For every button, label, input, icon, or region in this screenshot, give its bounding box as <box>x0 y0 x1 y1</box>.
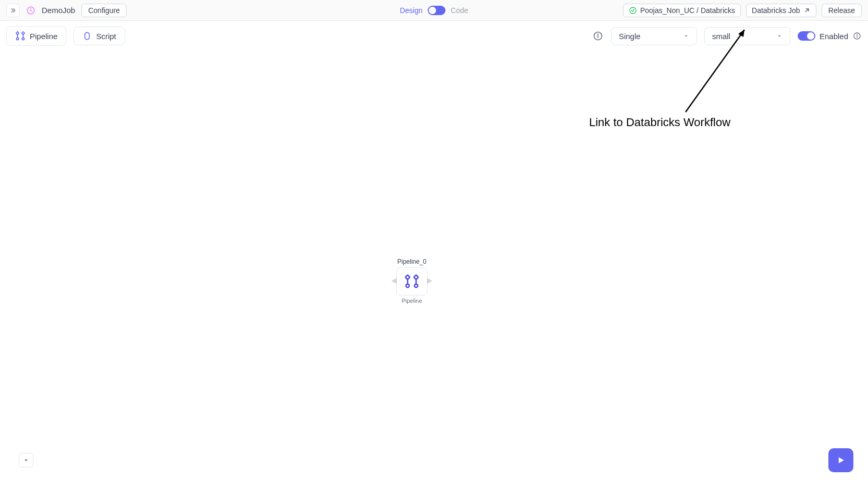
toolbar-right-group: Single small Enabled <box>592 27 862 45</box>
svg-line-2 <box>805 9 809 12</box>
databricks-job-button[interactable]: Databricks Job <box>746 4 816 17</box>
svg-marker-17 <box>392 278 397 284</box>
caret-down-icon <box>683 32 689 41</box>
pipeline-tool-button[interactable]: Pipeline <box>6 26 66 46</box>
release-button[interactable]: Release <box>822 4 862 17</box>
header-left-group: DemoJob Configure <box>6 4 127 17</box>
caret-down-icon <box>776 32 783 41</box>
enabled-toggle-group: Enabled <box>798 31 862 41</box>
node-subtitle: Pipeline <box>401 298 422 304</box>
clock-icon <box>26 6 35 15</box>
chevron-double-right-icon <box>9 7 17 14</box>
script-icon <box>82 31 92 41</box>
svg-marker-25 <box>25 460 28 462</box>
header-right-group: Poojas_Non_UC / Databricks Databricks Jo… <box>623 4 862 17</box>
enabled-label: Enabled <box>820 32 848 41</box>
check-circle-icon <box>629 6 637 15</box>
fabric-label: Poojas_Non_UC / Databricks <box>640 6 735 15</box>
node-title: Pipeline_0 <box>397 258 426 265</box>
schedule-mode-value: Single <box>619 32 641 41</box>
pipeline-node[interactable]: Pipeline_0 Pipeline <box>396 258 427 304</box>
svg-point-16 <box>857 34 858 35</box>
pipeline-node-icon <box>404 274 420 289</box>
toggle-knob <box>429 7 436 14</box>
configure-button[interactable]: Configure <box>81 4 127 17</box>
databricks-job-label: Databricks Job <box>752 6 800 15</box>
svg-point-1 <box>630 7 636 14</box>
external-link-icon <box>803 7 811 14</box>
pipeline-tool-label: Pipeline <box>30 32 57 41</box>
configure-button-label: Configure <box>88 6 120 15</box>
input-port-icon[interactable] <box>392 277 397 286</box>
caret-down-icon <box>23 457 29 463</box>
run-button[interactable] <box>828 448 853 472</box>
svg-point-11 <box>598 34 598 34</box>
info-icon <box>593 31 603 41</box>
svg-marker-13 <box>778 35 781 37</box>
release-button-label: Release <box>828 6 855 15</box>
view-mode-switch: Design Code <box>400 6 468 15</box>
play-icon <box>836 455 846 465</box>
canvas[interactable]: Pipeline_0 Pipeline <box>0 47 868 491</box>
annotation-label: Link to Databricks Workflow <box>589 116 730 129</box>
code-mode-label[interactable]: Code <box>451 6 468 15</box>
toggle-knob <box>807 32 814 40</box>
svg-marker-12 <box>684 35 688 37</box>
cluster-size-value: small <box>712 32 730 41</box>
svg-marker-26 <box>839 457 844 463</box>
enabled-toggle[interactable] <box>798 31 815 41</box>
job-name-label: DemoJob <box>42 6 75 15</box>
script-tool-label: Script <box>96 32 116 41</box>
fabric-selector[interactable]: Poojas_Non_UC / Databricks <box>623 4 741 17</box>
top-header: DemoJob Configure Design Code Poojas_Non… <box>0 0 868 21</box>
pipeline-icon <box>15 31 26 41</box>
info-button[interactable] <box>592 30 604 42</box>
schedule-mode-select[interactable]: Single <box>611 27 697 45</box>
output-port-icon[interactable] <box>427 277 432 286</box>
enabled-info-button[interactable] <box>852 31 862 41</box>
cluster-size-select[interactable]: small <box>704 27 790 45</box>
design-mode-label[interactable]: Design <box>400 6 423 15</box>
info-icon <box>853 32 861 40</box>
svg-marker-24 <box>427 278 432 284</box>
canvas-menu-button[interactable] <box>19 453 33 468</box>
design-code-toggle[interactable] <box>428 6 446 15</box>
expand-sidebar-button[interactable] <box>6 4 20 17</box>
node-box[interactable] <box>396 267 427 296</box>
script-tool-button[interactable]: Script <box>74 27 125 45</box>
